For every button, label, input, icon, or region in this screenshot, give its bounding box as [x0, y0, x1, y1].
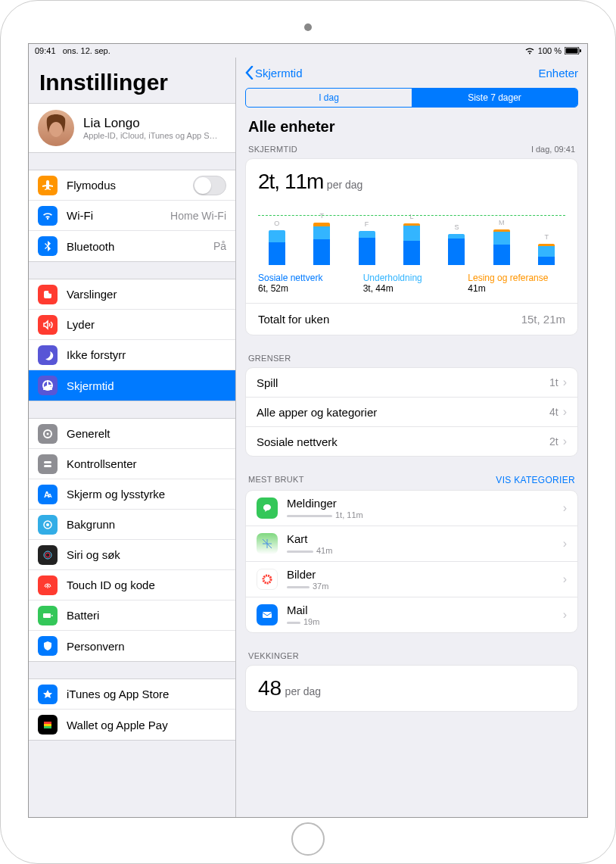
pickups-card[interactable]: 48 per dag	[245, 665, 578, 712]
app-time: 19m	[287, 617, 558, 626]
limits-card: Spill1t›Alle apper og kategorier4t›Sosia…	[245, 367, 578, 457]
airplane-icon	[38, 176, 58, 195]
chart-day-label: T	[319, 212, 324, 220]
limit-row[interactable]: Sosiale nettverk2t›	[246, 427, 577, 456]
chevron-right-icon: ›	[563, 435, 567, 448]
app-row[interactable]: Bilder 37m›	[246, 562, 577, 597]
average-row: 2t, 11m per dag	[246, 159, 577, 197]
app-time: 1t, 11m	[287, 510, 558, 519]
chart-bar: L	[393, 213, 430, 266]
camera-dot	[304, 23, 312, 31]
page-title: Alle enheter	[236, 115, 587, 140]
sidebar-item-privacy[interactable]: Personvern	[29, 631, 235, 661]
svg-rect-8	[44, 461, 51, 463]
chart-day-label: O	[274, 220, 279, 227]
wifi-label: Wi-Fi	[67, 209, 170, 222]
sidebar-item-controlcenter[interactable]: Kontrollsenter	[29, 449, 235, 479]
chart-bar: T	[528, 233, 565, 265]
airplane-toggle[interactable]	[193, 176, 226, 195]
sidebar-item-notifications[interactable]: Varslinger	[29, 279, 235, 310]
limit-row[interactable]: Spill1t›	[246, 368, 577, 398]
sidebar-item-wifi[interactable]: Wi-Fi Home Wi-Fi	[29, 201, 235, 231]
svg-point-7	[47, 432, 49, 435]
appstore-icon	[38, 685, 58, 704]
chart-stacked-bar	[313, 223, 330, 266]
dnd-icon	[38, 345, 58, 365]
screentime-label: Skjermtid	[67, 379, 226, 392]
app-row[interactable]: Mail 19m›	[246, 597, 577, 632]
devices-button[interactable]: Enheter	[538, 67, 578, 80]
detail-navbar: Skjermtid Enheter	[236, 58, 587, 88]
siri-icon	[38, 545, 58, 565]
profile-sub: Apple-ID, iCloud, iTunes og App S…	[83, 131, 218, 140]
control-label: Kontrollsenter	[67, 457, 226, 470]
control-center-icon	[38, 454, 58, 474]
svg-point-13	[46, 523, 49, 526]
app-row[interactable]: Meldinger 1t, 11m›	[246, 491, 577, 526]
sidebar-item-screentime[interactable]: Skjermtid	[29, 370, 235, 401]
pickups-value: 48	[258, 676, 282, 700]
sidebar-item-wallpaper[interactable]: Bakgrunn	[29, 510, 235, 540]
legend-social: Sosiale nettverk 6t, 52m	[258, 273, 356, 294]
back-button[interactable]: Skjermtid	[245, 66, 303, 80]
itunes-label: iTunes og App Store	[67, 688, 226, 700]
chart-stacked-bar	[359, 231, 375, 265]
segmented-control[interactable]: I dag Siste 7 dager	[245, 88, 578, 108]
chevron-right-icon: ›	[563, 501, 567, 515]
app-name: Meldinger	[287, 497, 558, 510]
limit-row[interactable]: Alle apper og kategorier4t›	[246, 398, 577, 427]
wallpaper-icon	[38, 515, 58, 535]
app-name: Mail	[287, 604, 558, 616]
chart-stacked-bar	[493, 229, 510, 266]
screentime-card[interactable]: 2t, 11m per dag OTFLSMT Sosiale nettverk…	[245, 158, 578, 335]
svg-point-21	[263, 575, 271, 583]
privacy-label: Personvern	[67, 640, 226, 653]
sidebar-item-dnd[interactable]: Ikke forstyrr	[29, 340, 235, 370]
status-left: 09:41 ons. 12. sep.	[35, 46, 110, 55]
most-used-header: MEST BRUKT VIS KATEGORIER	[236, 470, 587, 490]
profile-row[interactable]: Lia Longo Apple-ID, iCloud, iTunes og Ap…	[29, 104, 235, 152]
wallet-icon	[38, 715, 58, 735]
sidebar-item-display[interactable]: AA Skjerm og lysstyrke	[29, 479, 235, 510]
sidebar-item-general[interactable]: Generelt	[29, 419, 235, 449]
pickups-unit: per dag	[285, 685, 321, 697]
app-time: 41m	[287, 546, 558, 555]
profile-name: Lia Longo	[83, 116, 218, 131]
chevron-right-icon: ›	[563, 376, 567, 389]
limit-value: 4t	[549, 406, 558, 418]
app-row[interactable]: Kart 41m›	[246, 526, 577, 562]
wifi-value: Home Wi-Fi	[170, 210, 226, 222]
svg-rect-18	[44, 722, 51, 724]
bluetooth-icon	[38, 236, 58, 256]
sidebar-item-sounds[interactable]: Lyder	[29, 310, 235, 340]
touchid-icon	[38, 575, 58, 595]
usage-chart: OTFLSMT	[246, 197, 577, 265]
sidebar-item-battery[interactable]: Batteri	[29, 600, 235, 631]
limit-value: 1t	[549, 376, 558, 388]
wifi-icon	[524, 47, 535, 55]
show-categories-link[interactable]: VIS KATEGORIER	[496, 475, 575, 485]
seg-today[interactable]: I dag	[246, 89, 412, 107]
legend-reading: Lesing og referanse 41m	[468, 273, 565, 294]
total-label: Totalt for uken	[258, 313, 329, 326]
sidebar-item-itunes[interactable]: iTunes og App Store	[29, 679, 235, 710]
battery-settings-icon	[38, 606, 58, 625]
app-name: Kart	[287, 532, 558, 545]
sidebar-item-wallet[interactable]: Wallet og Apple Pay	[29, 710, 235, 740]
sounds-label: Lyder	[67, 318, 226, 331]
sidebar-item-airplane[interactable]: Flymodus	[29, 170, 235, 201]
svg-point-15	[45, 553, 50, 557]
chart-stacked-bar	[538, 244, 555, 265]
home-button[interactable]	[291, 822, 325, 856]
gear-icon	[38, 424, 58, 444]
sidebar-item-touchid[interactable]: Touch ID og kode	[29, 570, 235, 600]
avg-unit: per dag	[327, 179, 362, 191]
chart-average-line	[258, 215, 565, 216]
seg-week[interactable]: Siste 7 dager	[412, 89, 577, 107]
limits-header: GRENSER	[236, 349, 587, 367]
screentime-section-header: SKJERMTID I dag, 09:41	[236, 140, 587, 158]
connectivity-group: Flymodus Wi-Fi Home Wi-Fi	[29, 170, 235, 262]
sidebar-item-bluetooth[interactable]: Bluetooth På	[29, 231, 235, 261]
chevron-right-icon: ›	[563, 608, 567, 622]
sidebar-item-siri[interactable]: Siri og søk	[29, 540, 235, 570]
